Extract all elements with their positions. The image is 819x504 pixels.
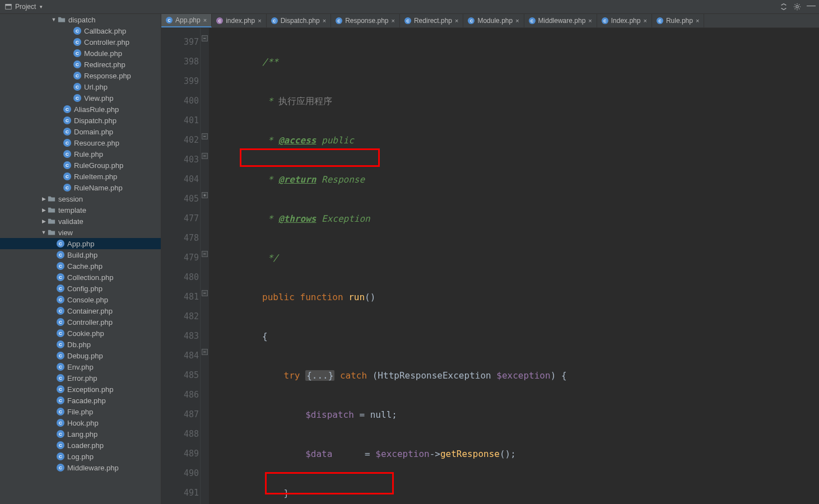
tree-arrow-icon[interactable]: ▶ [40, 207, 47, 213]
editor-tab[interactable]: CIndex.php× [597, 14, 652, 27]
tree-item[interactable]: CDebug.php [0, 350, 161, 361]
tree-item[interactable]: CMiddleware.php [0, 462, 161, 473]
tree-arrow-icon[interactable]: ▶ [40, 196, 47, 202]
line-number: 400 [161, 91, 199, 111]
php-file-icon: C [63, 150, 72, 158]
close-icon[interactable]: × [203, 17, 207, 24]
tree-item[interactable]: CRuleItem.php [0, 171, 161, 182]
fold-mark-icon[interactable]: − [202, 290, 208, 296]
tree-item[interactable]: CError.php [0, 372, 161, 384]
close-icon[interactable]: × [392, 17, 395, 24]
line-number: 486 [161, 385, 199, 405]
fold-mark-icon[interactable]: − [202, 349, 208, 355]
tree-item[interactable]: CResponse.php [0, 70, 161, 81]
tree-item[interactable]: CUrl.php [0, 81, 161, 92]
tree-item[interactable]: CAliasRule.php [0, 104, 161, 115]
editor-tab[interactable]: CDispatch.php× [267, 14, 331, 27]
tree-label: Console.php [67, 296, 108, 304]
fold-mark-icon[interactable]: + [202, 192, 208, 198]
tree-item[interactable]: CFacade.php [0, 395, 161, 406]
line-number: 402 [161, 130, 199, 150]
tree-item[interactable]: CController.php [0, 36, 161, 48]
tree-label: dispatch [68, 16, 95, 24]
tree-item[interactable]: CDomain.php [0, 126, 161, 137]
close-icon[interactable]: × [323, 17, 326, 24]
project-dropdown[interactable]: Project ▼ [4, 3, 43, 11]
tree-arrow-icon[interactable]: ▼ [50, 17, 57, 22]
close-icon[interactable]: × [588, 17, 592, 24]
tree-item[interactable]: CModule.php [0, 48, 161, 59]
tree-item[interactable]: CApp.php [0, 238, 161, 249]
project-tree[interactable]: ▼dispatchCCallback.phpCController.phpCMo… [0, 14, 161, 504]
code-editor[interactable]: 3973983994004014024034044054774784794804… [161, 28, 819, 504]
tree-item[interactable]: CRuleGroup.php [0, 160, 161, 171]
tree-item[interactable]: CContainer.php [0, 305, 161, 316]
tree-item[interactable]: ▶template [0, 204, 161, 216]
fold-mark-icon[interactable]: − [202, 133, 208, 139]
tree-item[interactable]: CRuleName.php [0, 182, 161, 193]
gear-icon[interactable] [793, 3, 801, 11]
close-icon[interactable]: × [258, 17, 261, 24]
close-icon[interactable]: × [643, 17, 646, 24]
line-number: 479 [161, 248, 199, 268]
editor-tab[interactable]: CMiddleware.php× [524, 14, 597, 27]
tree-item[interactable]: CRule.php [0, 148, 161, 160]
editor-tab[interactable]: Cindex.php× [212, 14, 266, 27]
tree-item[interactable]: ▶validate [0, 216, 161, 227]
tree-item[interactable]: CConfig.php [0, 283, 161, 294]
tab-label: index.php [226, 17, 255, 25]
editor-tab[interactable]: CModule.php× [463, 14, 524, 27]
tree-item[interactable]: CEnv.php [0, 361, 161, 372]
editor-tabs: CApp.php×Cindex.php×CDispatch.php×CRespo… [161, 14, 819, 28]
tree-item[interactable]: CDispatch.php [0, 115, 161, 126]
tree-item[interactable]: CView.php [0, 92, 161, 104]
line-number: 490 [161, 464, 199, 483]
tree-item[interactable]: CResource.php [0, 137, 161, 148]
php-file-icon: C [56, 396, 65, 405]
code-content[interactable]: /** * 执行应用程序 * @access public * @return … [209, 28, 819, 504]
tree-item[interactable]: CFile.php [0, 406, 161, 417]
tree-arrow-icon[interactable]: ▼ [40, 230, 47, 235]
tree-item[interactable]: CController.php [0, 316, 161, 328]
tab-label: App.php [175, 16, 201, 24]
tree-item[interactable]: ▶session [0, 193, 161, 204]
editor-tab[interactable]: CApp.php× [161, 14, 212, 27]
tree-item[interactable]: ▼view [0, 227, 161, 238]
fold-mark-icon[interactable]: − [202, 251, 208, 257]
tree-item[interactable]: CCallback.php [0, 25, 161, 36]
tree-label: Cache.php [67, 262, 103, 270]
close-icon[interactable]: × [455, 17, 458, 24]
line-number: 404 [161, 170, 199, 189]
tree-item[interactable]: CLang.php [0, 428, 161, 440]
php-file-icon: C [56, 374, 65, 382]
editor-tab[interactable]: CRule.php× [652, 14, 704, 27]
php-file-icon: C [657, 17, 663, 24]
tree-label: Collection.php [67, 273, 113, 282]
tree-item[interactable]: CLoader.php [0, 440, 161, 451]
tree-item[interactable]: CConsole.php [0, 294, 161, 305]
tree-item[interactable]: CCollection.php [0, 272, 161, 283]
tree-label: AliasRule.php [74, 105, 119, 114]
tree-item[interactable]: CCache.php [0, 260, 161, 272]
tree-label: Resource.php [74, 139, 119, 147]
tree-item[interactable]: CRedirect.php [0, 59, 161, 70]
close-icon[interactable]: × [515, 17, 519, 24]
fold-mark-icon[interactable]: − [202, 153, 208, 159]
editor-tab[interactable]: CRedirect.php× [400, 14, 463, 27]
tree-item[interactable]: CBuild.php [0, 249, 161, 260]
tree-arrow-icon[interactable]: ▶ [40, 218, 47, 224]
tree-item[interactable]: CDb.php [0, 339, 161, 350]
tree-item[interactable]: CLog.php [0, 451, 161, 462]
tree-label: template [58, 206, 86, 214]
tree-item[interactable]: CException.php [0, 384, 161, 395]
tree-item[interactable]: CHook.php [0, 417, 161, 428]
php-file-icon: C [73, 26, 82, 35]
collapse-icon[interactable] [780, 3, 788, 11]
minimize-icon[interactable]: — [807, 3, 815, 11]
close-icon[interactable]: × [696, 17, 699, 24]
tree-item[interactable]: CCookie.php [0, 328, 161, 339]
editor-tab[interactable]: CResponse.php× [331, 14, 400, 27]
php-file-icon: C [56, 362, 65, 371]
fold-mark-icon[interactable]: − [202, 35, 208, 41]
tree-item[interactable]: ▼dispatch [0, 14, 161, 25]
